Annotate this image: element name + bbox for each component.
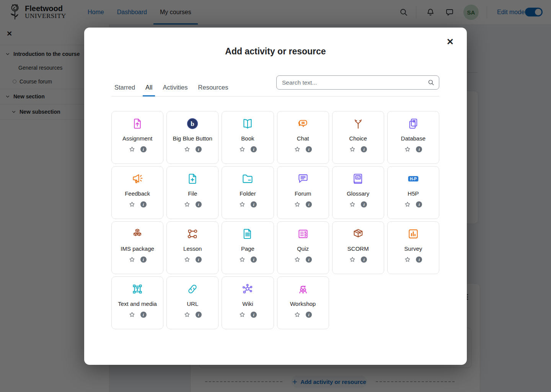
star-button[interactable]: [129, 201, 135, 208]
activity-card-glossary[interactable]: AZGlossaryi: [332, 166, 384, 219]
activity-card-quiz[interactable]: Quizi: [277, 221, 329, 274]
tab-starred[interactable]: Starred: [114, 84, 135, 96]
activity-card-url[interactable]: URLi: [166, 276, 218, 329]
info-button[interactable]: i: [196, 201, 202, 207]
star-button[interactable]: [184, 201, 191, 208]
search-input[interactable]: [276, 75, 439, 90]
info-button[interactable]: i: [361, 146, 367, 152]
activity-name: Lesson: [183, 245, 202, 252]
tab-resources[interactable]: Resources: [198, 84, 228, 96]
activity-card-assignment[interactable]: Assignmenti: [111, 111, 163, 164]
activity-card-database[interactable]: Databasei: [387, 111, 439, 164]
url-icon: [186, 283, 199, 296]
activity-card-chat[interactable]: Chati: [277, 111, 329, 164]
star-button[interactable]: [349, 201, 356, 208]
activity-actions: i: [294, 311, 312, 318]
star-button[interactable]: [349, 256, 356, 263]
activity-card-wiki[interactable]: Wikii: [222, 276, 274, 329]
star-icon: [184, 201, 191, 208]
info-button[interactable]: i: [251, 312, 257, 318]
activity-card-scorm[interactable]: SCORMi: [332, 221, 384, 274]
star-button[interactable]: [184, 146, 191, 153]
activity-card-ims-package[interactable]: IMS packagei: [111, 221, 163, 274]
star-button[interactable]: [404, 201, 411, 208]
star-button[interactable]: [129, 146, 135, 153]
star-icon: [349, 201, 356, 208]
star-button[interactable]: [129, 311, 135, 318]
activity-card-survey[interactable]: Surveyi: [387, 221, 439, 274]
activity-icon-wrap: AZ: [352, 172, 365, 185]
info-button[interactable]: i: [416, 201, 422, 207]
activity-card-book[interactable]: Booki: [222, 111, 274, 164]
star-button[interactable]: [294, 201, 301, 208]
tab-activities[interactable]: Activities: [163, 84, 187, 96]
activity-card-workshop[interactable]: Workshopi: [277, 276, 329, 329]
info-button[interactable]: i: [196, 312, 202, 318]
star-button[interactable]: [294, 146, 301, 153]
info-button[interactable]: i: [140, 201, 147, 207]
activity-icon-wrap: [186, 227, 199, 240]
svg-text:H-P: H-P: [410, 177, 417, 181]
ims-icon: [131, 227, 144, 240]
workshop-icon: [297, 283, 310, 296]
info-button[interactable]: i: [306, 312, 312, 318]
star-button[interactable]: [129, 256, 135, 263]
star-button[interactable]: [294, 256, 301, 263]
tab-all[interactable]: All: [145, 84, 152, 96]
info-button[interactable]: i: [251, 256, 257, 263]
activity-name: H5P: [408, 190, 419, 197]
activity-card-folder[interactable]: Folderi: [222, 166, 274, 219]
info-button[interactable]: i: [306, 146, 312, 152]
star-button[interactable]: [239, 256, 246, 263]
activity-actions: i: [294, 146, 312, 153]
activity-actions: i: [129, 146, 147, 153]
info-button[interactable]: i: [196, 146, 202, 152]
info-button[interactable]: i: [251, 146, 257, 152]
star-icon: [129, 201, 135, 208]
info-button[interactable]: i: [140, 312, 147, 318]
activity-card-text-and-media[interactable]: Text and mediai: [111, 276, 163, 329]
star-button[interactable]: [404, 256, 411, 263]
activity-actions: i: [239, 146, 257, 153]
info-button[interactable]: i: [361, 256, 367, 263]
activity-name: Quiz: [297, 245, 309, 252]
info-button[interactable]: i: [306, 256, 312, 263]
star-button[interactable]: [404, 146, 411, 153]
activity-actions: i: [129, 201, 147, 208]
star-button[interactable]: [349, 146, 356, 153]
book-icon: [241, 117, 254, 130]
info-button[interactable]: i: [361, 201, 367, 207]
activity-card-feedback[interactable]: Feedbacki: [111, 166, 163, 219]
star-button[interactable]: [294, 311, 301, 318]
info-button[interactable]: i: [416, 146, 422, 152]
activity-card-lesson[interactable]: Lessoni: [166, 221, 218, 274]
star-button[interactable]: [239, 146, 246, 153]
h5p-icon: H-P: [407, 172, 420, 185]
activity-actions: i: [129, 311, 147, 318]
star-icon: [294, 201, 301, 208]
activity-card-file[interactable]: Filei: [166, 166, 218, 219]
activity-card-big-blue-button[interactable]: bBig Blue Buttoni: [166, 111, 218, 164]
page-icon: [241, 227, 254, 240]
activity-card-page[interactable]: Pagei: [222, 221, 274, 274]
activity-icon-wrap: [297, 227, 310, 240]
activity-card-choice[interactable]: Choicei: [332, 111, 384, 164]
activity-name: Book: [241, 135, 254, 142]
activity-card-forum[interactable]: Forumi: [277, 166, 329, 219]
star-button[interactable]: [184, 311, 191, 318]
star-button[interactable]: [239, 201, 246, 208]
textmedia-icon: [131, 283, 144, 296]
close-icon[interactable]: ✕: [447, 38, 454, 46]
info-button[interactable]: i: [306, 201, 312, 207]
info-button[interactable]: i: [416, 256, 422, 263]
star-icon: [129, 311, 135, 318]
star-button[interactable]: [239, 311, 246, 318]
activity-card-h5p[interactable]: H-PH5Pi: [387, 166, 439, 219]
info-button[interactable]: i: [140, 256, 147, 263]
bigbluebutton-icon: b: [186, 117, 199, 130]
file-icon: [186, 172, 199, 185]
info-button[interactable]: i: [251, 201, 257, 207]
star-button[interactable]: [184, 256, 191, 263]
info-button[interactable]: i: [196, 256, 202, 263]
info-button[interactable]: i: [140, 146, 147, 152]
